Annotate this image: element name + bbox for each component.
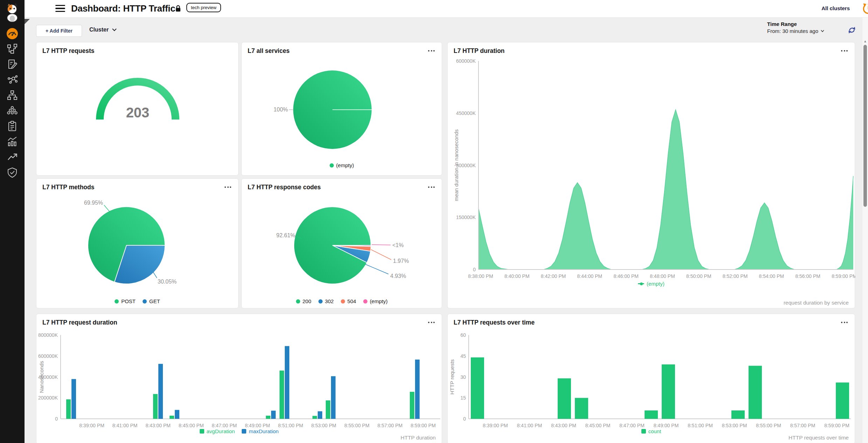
scrollbar-up-arrow[interactable]: ▲ — [863, 39, 867, 43]
chart-legend[interactable]: count — [448, 428, 855, 434]
header: Dashboard: HTTP Traffic tech preview All… — [25, 0, 868, 18]
legend-marker — [200, 429, 204, 434]
svg-text:8:48:00 PM: 8:48:00 PM — [650, 273, 675, 279]
scrollbar-thumb[interactable] — [863, 45, 867, 207]
svg-text:8:57:00 PM: 8:57:00 PM — [790, 423, 815, 428]
panel-title: L7 HTTP duration — [454, 47, 505, 55]
svg-text:8:47:00 PM: 8:47:00 PM — [619, 423, 645, 428]
panel-menu-button[interactable] — [428, 322, 435, 323]
legend-label: (empty) — [647, 281, 664, 287]
filter-bar: + Add Filter Cluster Time Range From: 30… — [25, 18, 868, 41]
time-range-value: From: 30 minutes ago — [767, 28, 818, 34]
vertical-scrollbar[interactable]: ▲ — [862, 18, 868, 443]
sidebar-item-security[interactable] — [0, 165, 25, 179]
legend-label: 200 — [303, 298, 311, 304]
chart-legend[interactable]: (empty) — [448, 281, 855, 287]
panel-title: L7 HTTP requests over time — [454, 319, 535, 326]
app-root: Dashboard: HTTP Traffic tech preview All… — [0, 0, 868, 443]
legend-item[interactable]: 504 — [341, 298, 356, 304]
panel-menu-button[interactable] — [428, 186, 435, 188]
hamburger-menu-icon[interactable] — [55, 5, 65, 13]
sidebar-item-trends[interactable] — [0, 150, 25, 164]
pie-percent-label: 69.95% — [78, 200, 103, 206]
svg-text:8:43:00 PM: 8:43:00 PM — [551, 423, 576, 428]
legend-marker — [638, 283, 644, 284]
legend-marker — [341, 299, 345, 304]
sidebar-item-metrics[interactable] — [0, 135, 25, 149]
svg-text:mean duration in nanoseconds: mean duration in nanoseconds — [453, 129, 459, 201]
panel-menu-button[interactable] — [841, 322, 848, 323]
svg-text:8:59:00 PM: 8:59:00 PM — [824, 423, 849, 428]
panel-menu-button[interactable] — [225, 186, 231, 188]
svg-text:8:45:00 PM: 8:45:00 PM — [585, 423, 611, 428]
flows-document-icon — [7, 59, 18, 70]
svg-text:8:41:00 PM: 8:41:00 PM — [517, 423, 542, 428]
chart-legend[interactable]: 200302504(empty) — [242, 298, 442, 304]
svg-text:0: 0 — [473, 267, 476, 272]
chart-footer-note: HTTP duration — [400, 435, 436, 441]
svg-text:45: 45 — [460, 353, 466, 359]
svg-text:8:43:00 PM: 8:43:00 PM — [145, 423, 171, 428]
legend-marker — [363, 299, 367, 304]
legend-item[interactable]: 200 — [296, 298, 311, 304]
legend-item[interactable]: count — [641, 428, 661, 434]
legend-item[interactable]: (empty) — [638, 281, 664, 287]
sidebar-item-network[interactable] — [0, 88, 25, 102]
all-clusters-label[interactable]: All clusters — [801, 5, 850, 11]
svg-text:0: 0 — [463, 416, 466, 422]
panel-title: L7 HTTP methods — [42, 184, 94, 191]
dashboard-gauge-icon — [6, 28, 18, 40]
trends-arrow-icon — [7, 152, 18, 162]
svg-text:HTTP requests: HTTP requests — [449, 359, 455, 395]
legend-item[interactable]: maxDuration — [242, 428, 278, 434]
legend-label: avgDuration — [207, 428, 235, 434]
legend-item[interactable]: (empty) — [363, 298, 388, 304]
legend-item[interactable]: avgDuration — [200, 428, 235, 434]
panel-menu-button[interactable] — [841, 50, 848, 52]
chart-legend[interactable]: (empty) — [242, 162, 442, 168]
process-tree-icon — [7, 75, 18, 85]
sidebar-item-policies[interactable] — [0, 119, 25, 133]
panel-title: L7 HTTP requests — [42, 47, 94, 55]
svg-text:8:45:00 PM: 8:45:00 PM — [179, 423, 204, 428]
svg-text:600000K: 600000K — [456, 58, 476, 64]
add-filter-button[interactable]: + Add Filter — [36, 25, 82, 37]
page-title: Dashboard: HTTP Traffic — [71, 3, 175, 14]
time-range-control[interactable]: Time Range From: 30 minutes ago — [767, 21, 824, 34]
svg-text:Nanoseconds: Nanoseconds — [39, 361, 44, 393]
history-icon[interactable] — [862, 2, 868, 17]
panel-l7-http-requests: L7 HTTP requests 203 — [36, 42, 239, 176]
legend-label: 504 — [347, 298, 356, 304]
panel-l7-all-services: L7 all services 100% (empty) — [241, 42, 442, 176]
svg-text:8:52:00 PM: 8:52:00 PM — [723, 273, 748, 279]
svg-text:450000K: 450000K — [456, 110, 476, 116]
legend-item[interactable]: GET — [143, 298, 160, 304]
chevron-down-icon — [112, 28, 117, 31]
chart-legend[interactable]: POSTGET — [36, 298, 238, 304]
panel-title: L7 all services — [248, 47, 290, 55]
svg-text:8:53:00 PM: 8:53:00 PM — [722, 423, 747, 428]
legend-item[interactable]: 302 — [318, 298, 334, 304]
sidebar-item-clusters[interactable] — [0, 104, 25, 118]
sidebar-item-flows[interactable] — [0, 57, 25, 71]
svg-text:8:49:00 PM: 8:49:00 PM — [654, 423, 679, 428]
refresh-icon[interactable] — [847, 26, 856, 36]
cat-logo-icon[interactable] — [0, 3, 25, 23]
legend-item[interactable]: POST — [115, 298, 136, 304]
cluster-dropdown[interactable]: Cluster — [89, 27, 117, 33]
security-shield-icon — [7, 167, 18, 178]
svg-text:800000K: 800000K — [38, 332, 58, 338]
panel-menu-button[interactable] — [428, 50, 435, 52]
legend-item[interactable]: (empty) — [330, 162, 354, 168]
legend-label: (empty) — [336, 162, 354, 168]
svg-text:8:56:00 PM: 8:56:00 PM — [795, 273, 820, 279]
legend-label: maxDuration — [249, 428, 278, 434]
sidebar-item-dashboards[interactable] — [0, 27, 25, 41]
clusters-honeycomb-icon — [7, 105, 18, 116]
chart-legend[interactable]: avgDurationmaxDuration — [36, 428, 442, 434]
panel-l7-http-response-codes: L7 HTTP response codes 92.61% <1% 1.97% … — [241, 178, 442, 308]
sidebar-item-service-map[interactable] — [0, 42, 25, 56]
sidebar-item-process-tree[interactable] — [0, 73, 25, 87]
svg-text:8:40:00 PM: 8:40:00 PM — [504, 273, 530, 279]
svg-text:60: 60 — [460, 332, 466, 338]
